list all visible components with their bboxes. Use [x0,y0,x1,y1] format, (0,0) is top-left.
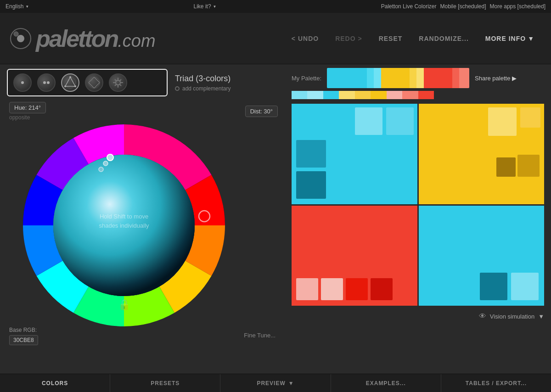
svg-point-7 [69,76,71,78]
palette-row: My Palette: Share palette ▶ [292,68,544,88]
palette-label: My Palette: [292,75,321,82]
triad-title: Triad (3-colors) [175,74,231,84]
swatch [296,278,318,300]
swatch [355,107,382,135]
more-info-arrow: ▼ [528,35,534,42]
logo-icon [9,27,32,50]
more-apps-label: More apps [scheduled] [490,3,545,10]
radio-button [175,86,180,91]
randomize-button[interactable]: RANDOMIZE... [411,31,476,46]
like-it-section[interactable]: Like it? ▼ [194,3,217,10]
mode-dial-4[interactable] [85,73,103,92]
vision-sim-arrow: ▼ [538,313,544,320]
top-bar: English ▼ Like it? ▼ Paletton Live Color… [0,0,551,13]
swatch [371,278,393,300]
share-palette-button[interactable]: Share palette ▶ [475,75,517,82]
color-grid [292,104,544,306]
fine-tune-button[interactable]: Fine Tune... [244,332,276,339]
swatch [386,107,414,135]
palette-mini-strip [292,91,544,99]
grid-cell-1[interactable] [292,104,417,204]
header-actions: < UNDO REDO > RESET RANDOMIZE... MORE IN… [284,31,542,46]
swatch [480,273,507,300]
hue-control: Hue: 214° opposite [9,102,46,121]
like-it-label: Like it? [194,3,211,10]
svg-point-10 [89,77,100,88]
wheel-handle-3[interactable] [99,167,103,172]
swatch [511,273,539,300]
color-wheel-svg[interactable]: Hold Shift to move shades individually 🔒 [7,120,241,331]
more-info-button[interactable]: MORE INFO ▼ [478,31,542,46]
dist-badge[interactable]: Dist: 30° [245,106,278,117]
colors-tab[interactable]: COLORS [0,374,110,392]
triad-info: Triad (3-colors) add complementary [175,74,231,92]
svg-point-2 [14,32,18,36]
logo-area: paletton .com [9,25,284,52]
hue-badge[interactable]: Hue: 214° [9,102,46,113]
swatch [321,278,343,300]
mobile-label: Mobile [scheduled] [440,3,486,10]
base-rgb-value[interactable]: 30CBE8 [9,335,38,345]
svg-text:shades individually: shades individually [99,222,149,229]
bottom-bar: COLORS PRESETS PREVIEW ▼ EXAMPLES... TAB… [0,374,551,392]
vision-sim-label: Vision simulation [490,313,534,320]
mode-dial-5[interactable] [109,73,127,92]
preview-arrow: ▼ [288,380,294,386]
svg-point-9 [64,85,66,87]
app-info: Paletton Live Colorizer Mobile [schedule… [381,3,545,10]
like-it-arrow: ▼ [213,5,217,9]
vision-sim-row: 👁 Vision simulation ▼ [292,312,544,320]
swatch [296,140,326,168]
svg-text:Hold Shift to move: Hold Shift to move [100,213,148,220]
svg-line-6 [65,77,70,86]
right-panel: My Palette: Share palette ▶ [285,64,551,374]
language-arrow: ▼ [25,5,29,9]
svg-line-4 [70,77,75,86]
mode-dial-1[interactable] [13,73,32,92]
swatch [517,155,540,177]
swatch [520,107,540,128]
mode-dial-3[interactable] [61,73,79,92]
undo-button[interactable]: < UNDO [284,31,326,46]
examples-tab[interactable]: EXAMPLES... [331,374,441,392]
redo-button[interactable]: REDO > [328,31,370,46]
swatch [496,157,516,177]
svg-point-8 [74,85,76,87]
mode-selector [7,69,168,96]
tables-tab[interactable]: TABLES / EXPORT... [441,374,551,392]
svg-text:🔒: 🔒 [118,298,131,311]
share-arrow: ▶ [512,75,517,82]
presets-tab[interactable]: PRESETS [110,374,220,392]
color-wheel-container: Hold Shift to move shades individually 🔒 [7,120,241,331]
wheel-handle-large[interactable] [199,211,210,222]
palette-bar [327,68,469,88]
language-selector[interactable]: English ▼ [6,3,29,10]
svg-point-15 [116,80,120,85]
language-label: English [6,3,23,10]
svg-point-1 [17,35,24,42]
swatch [346,278,368,300]
add-complementary-option[interactable]: add complementary [175,85,231,92]
eye-icon: 👁 [479,312,486,320]
logo-text: paletton .com [36,25,156,52]
left-panel: Triad (3-colors) add complementary Hue: … [0,64,285,374]
grid-cell-3[interactable] [292,206,417,306]
mode-dial-2[interactable] [37,73,56,92]
app-title: Paletton Live Colorizer [381,3,437,10]
swatch [296,171,326,199]
grid-cell-2[interactable] [419,104,545,204]
swatch [488,107,517,136]
wheel-handle-2[interactable] [103,161,108,166]
preview-tab[interactable]: PREVIEW ▼ [220,374,331,392]
grid-cell-4[interactable] [419,206,545,306]
reset-button[interactable]: RESET [371,31,410,46]
wheel-handle-1[interactable] [107,154,113,161]
header: paletton .com < UNDO REDO > RESET RANDOM… [0,13,551,64]
